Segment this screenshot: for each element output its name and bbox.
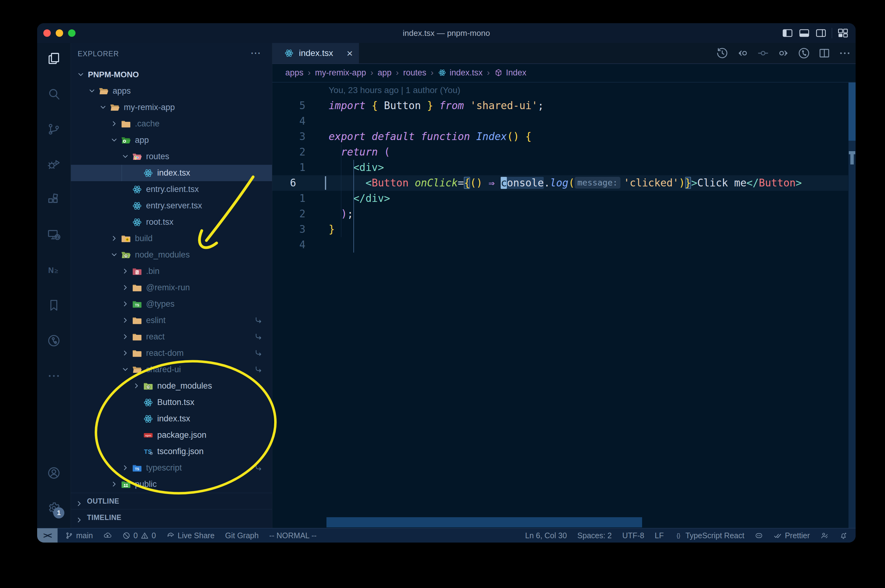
editor-action-prev-change-icon[interactable] <box>736 46 749 60</box>
explorer-more-actions-button[interactable]: ⋯ <box>250 43 261 64</box>
status-item-typescript-react[interactable]: {}TypeScript React <box>674 531 744 540</box>
tree-item-react-dom[interactable]: react-dom <box>71 345 272 362</box>
activity-settings-icon[interactable]: 1 <box>43 497 65 519</box>
status-item--normal-[interactable]: -- NORMAL -- <box>269 531 316 540</box>
tree-item-routes[interactable]: routes <box>71 148 272 165</box>
breadcrumb-item-app[interactable]: app <box>378 68 391 78</box>
code-editor[interactable]: You, 23 hours ago | 1 author (You)5impor… <box>272 82 856 528</box>
indent-guide <box>354 160 354 253</box>
tree-item-entry.server.tsx[interactable]: entry.server.tsx <box>71 198 272 214</box>
vertical-scrollbar-thumb[interactable] <box>849 82 856 141</box>
tree-item-.bin[interactable]: 0110.bin <box>71 263 272 279</box>
activity-accounts-icon[interactable] <box>43 462 65 484</box>
status-item-feedback[interactable] <box>820 531 829 540</box>
status-item-git-graph[interactable]: Git Graph <box>225 531 259 540</box>
activity-gitlens-icon[interactable] <box>43 330 65 352</box>
tree-item-app[interactable]: app <box>71 132 272 148</box>
breadcrumb-item-my-remix-app[interactable]: my-remix-app <box>315 68 366 78</box>
status-item-copilot[interactable] <box>755 531 763 540</box>
status-item-bell[interactable] <box>839 531 847 540</box>
status-item-utf-8[interactable]: UTF-8 <box>622 531 644 540</box>
tree-item-entry.client.tsx[interactable]: entry.client.tsx <box>71 181 272 198</box>
tab-index-tsx[interactable]: index.tsx × <box>272 43 359 63</box>
tree-item-typescript[interactable]: TStypescript <box>71 460 272 476</box>
tree-item-button.tsx[interactable]: Button.tsx <box>71 394 272 411</box>
activity-extensions-icon[interactable] <box>43 189 65 211</box>
explorer-title: EXPLORER <box>78 43 119 64</box>
status-item-spaces-2[interactable]: Spaces: 2 <box>577 531 612 540</box>
toggle-sidebar-right-icon[interactable] <box>815 27 827 39</box>
tree-item-package.json[interactable]: npmpackage.json <box>71 427 272 443</box>
toggle-panel-icon[interactable] <box>798 27 810 39</box>
breadcrumb-item-routes[interactable]: routes <box>403 68 426 78</box>
code-line-5[interactable]: 5import { Button } from 'shared-ui'; <box>272 98 848 114</box>
tree-item-node-modules[interactable]: JSnode_modules <box>71 378 272 394</box>
status-item-0[interactable]: 00 <box>122 531 156 540</box>
code-line-4[interactable]: 4 <box>272 114 848 129</box>
breadcrumb-item-index.tsx[interactable]: index.tsx <box>438 68 483 78</box>
tree-item-public[interactable]: public <box>71 476 272 492</box>
activity-remote-explorer-icon[interactable] <box>43 224 65 246</box>
section-outline[interactable]: OUTLINE <box>71 493 272 510</box>
tree-item-root.tsx[interactable]: root.tsx <box>71 214 272 230</box>
activity-source-control-icon[interactable] <box>43 118 65 140</box>
tree-item-@remix-run[interactable]: @remix-run <box>71 279 272 296</box>
breadcrumb-item-apps[interactable]: apps <box>285 68 304 78</box>
code-line-6[interactable]: 6 <Button onClick={() ⇒ console.log(mess… <box>272 175 848 191</box>
toggle-sidebar-left-icon[interactable] <box>782 27 793 39</box>
tree-item-my-remix-app[interactable]: my-remix-app <box>71 99 272 116</box>
editor-action-next-change-icon[interactable] <box>777 46 790 60</box>
tree-item-@types[interactable]: TS@types <box>71 296 272 312</box>
vertical-scrollbar[interactable] <box>849 82 856 528</box>
code-line-2[interactable]: 2 return ( <box>272 144 848 160</box>
tree-item-index.tsx[interactable]: index.tsx <box>71 165 272 181</box>
tree-item-index.tsx[interactable]: index.tsx <box>71 411 272 427</box>
code-line-2[interactable]: 2 ); <box>272 206 848 222</box>
tree-item-label: shared-ui <box>146 362 181 378</box>
activity-more-icon[interactable] <box>43 365 65 387</box>
tab-close-icon[interactable]: × <box>346 48 353 58</box>
tree-item-react[interactable]: react <box>71 328 272 345</box>
tree-item-tsconfig.json[interactable]: TStsconfig.json <box>71 443 272 460</box>
symbol-icon <box>494 68 503 77</box>
status-item-main[interactable]: main <box>65 531 93 540</box>
status-item-prettier[interactable]: Prettier <box>774 531 810 540</box>
code-line-1[interactable]: 1 </div> <box>272 191 848 206</box>
tree-item-label: routes <box>146 148 169 165</box>
editor-action-more-h-icon[interactable] <box>838 46 851 60</box>
editor-action-gitlens-graph-icon[interactable] <box>798 46 810 60</box>
tree-item-.cache[interactable]: .cache <box>71 116 272 132</box>
editor-action-history-icon[interactable] <box>716 46 729 60</box>
tree-item-pnpm-mono[interactable]: PNPM-MONO <box>71 66 272 83</box>
breadcrumb-item-index[interactable]: Index <box>494 68 526 78</box>
activity-run-debug-icon[interactable] <box>43 153 65 176</box>
section-timeline[interactable]: TIMELINE <box>71 509 272 526</box>
code-line-3[interactable]: 3export default function Index() { <box>272 129 848 144</box>
tree-item-shared-ui[interactable]: shared-ui <box>71 362 272 378</box>
folder-open-icon <box>110 102 120 113</box>
code-line-3[interactable]: 3} <box>272 222 848 237</box>
tree-item-node-modules[interactable]: JSnode_modules <box>71 247 272 263</box>
tree-item-eslint[interactable]: eslint <box>71 312 272 328</box>
activity-search-icon[interactable] <box>43 83 65 105</box>
activity-nx-console-icon[interactable]: N≥ <box>43 259 65 281</box>
status-item-ln-6-col-30[interactable]: Ln 6, Col 30 <box>525 531 567 540</box>
tree-item-build[interactable]: build <box>71 230 272 247</box>
tree-item-label: node_modules <box>157 378 212 394</box>
status-item-cloud-upload[interactable] <box>103 531 112 540</box>
status-item-live-share[interactable]: Live Share <box>167 531 215 540</box>
npm-icon: npm <box>143 430 154 441</box>
customize-layout-icon[interactable] <box>837 27 849 39</box>
editor-action-split-icon[interactable] <box>818 46 831 60</box>
activity-bookmarks-icon[interactable] <box>43 294 65 316</box>
tree-item-label: typescript <box>146 460 182 476</box>
code-line-4[interactable]: 4 <box>272 237 848 253</box>
code-line-1[interactable]: 1 <div> <box>272 160 848 175</box>
horizontal-scrollbar-thumb[interactable] <box>327 517 642 527</box>
folder-types-icon: TS <box>132 299 142 309</box>
remote-indicator-button[interactable]: >< <box>37 528 57 543</box>
tree-item-apps[interactable]: apps <box>71 83 272 99</box>
editor-action-change-icon[interactable] <box>757 46 769 60</box>
status-item-lf[interactable]: LF <box>655 531 664 540</box>
activity-explorer-icon[interactable] <box>43 48 65 70</box>
